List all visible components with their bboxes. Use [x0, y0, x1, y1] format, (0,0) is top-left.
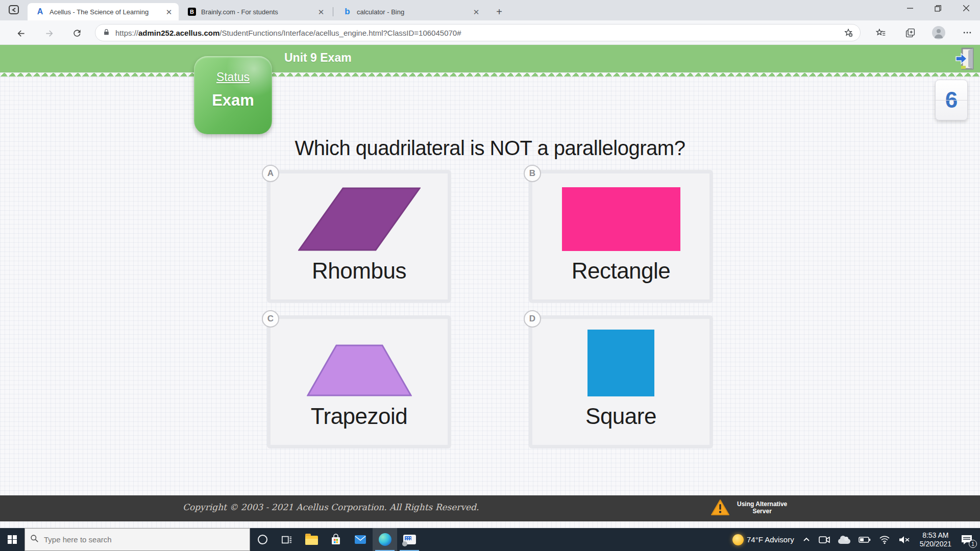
action-center-button[interactable]: 1 [957, 528, 980, 551]
acellus-exam-page: Unit 9 Exam Status Exam 6 Which quadrila… [0, 45, 980, 528]
exit-door-icon [955, 47, 974, 70]
task-view-icon [281, 534, 292, 545]
status-badge[interactable]: Status Exam [194, 56, 272, 134]
tab-actions-menu-button[interactable] [5, 4, 22, 17]
exam-header-bar [0, 45, 980, 72]
file-explorer-button[interactable] [299, 528, 324, 551]
forward-button[interactable] [42, 27, 56, 40]
tab-actions-icon [8, 4, 19, 17]
parallelogram-shape [298, 187, 421, 251]
new-tab-button[interactable]: + [492, 5, 506, 19]
edge-icon [379, 533, 391, 546]
status-value: Exam [194, 91, 272, 110]
answer-card-square[interactable]: D Square [529, 315, 713, 448]
tab-close-icon[interactable]: ✕ [164, 7, 174, 16]
keyboard-app-button[interactable] [397, 528, 422, 551]
volume-muted-icon [898, 535, 911, 544]
tab-separator [333, 7, 333, 16]
acellus-favicon-icon: A [36, 8, 44, 16]
browser-toolbar: https://admin252.acellus.com/StudentFunc… [0, 20, 980, 45]
collections-icon[interactable] [902, 25, 918, 40]
keyboard-app-icon [403, 535, 416, 544]
option-label: Square [532, 404, 709, 429]
tab-close-icon[interactable]: ✕ [472, 7, 481, 16]
refresh-button[interactable] [70, 27, 84, 40]
tray-overflow-button[interactable] [798, 528, 815, 551]
weather-sun-icon [732, 534, 744, 545]
time-text: 8:53 AM [920, 531, 951, 540]
clock-widget[interactable]: 8:53 AM 5/20/2021 [915, 531, 957, 548]
back-button[interactable] [14, 27, 28, 40]
rectangle-shape [562, 187, 680, 251]
restore-button[interactable] [924, 0, 952, 16]
taskbar-search-box[interactable] [24, 528, 250, 551]
option-letter-badge: B [524, 165, 541, 182]
profile-avatar[interactable] [932, 26, 945, 39]
window-controls [896, 0, 980, 16]
warning-triangle-icon [710, 499, 730, 516]
bing-favicon-icon: b [343, 8, 352, 16]
store-icon [330, 534, 341, 546]
url-text: https://admin252.acellus.com/StudentFunc… [115, 29, 841, 37]
wifi-icon [879, 535, 890, 544]
task-view-button[interactable] [275, 528, 299, 551]
option-label: Trapezoid [271, 404, 448, 429]
camera-icon [819, 535, 830, 544]
question-text: Which quadrilateral is NOT a parallelogr… [0, 137, 980, 160]
browser-tab-bar: A Acellus - The Science of Learning ✕ B … [0, 0, 980, 20]
page-footer: Copyright © 2003 - 2021 Acellus Corporat… [0, 495, 980, 521]
date-text: 5/20/2021 [920, 540, 951, 548]
answer-card-trapezoid[interactable]: C Trapezoid [267, 315, 451, 448]
status-label[interactable]: Status [194, 70, 272, 84]
cortana-button[interactable] [250, 528, 275, 551]
tab-acellus[interactable]: A Acellus - The Science of Learning ✕ [28, 3, 179, 20]
edge-taskbar-button[interactable] [373, 528, 397, 551]
onedrive-button[interactable] [834, 528, 854, 551]
weather-widget[interactable]: 74°F Advisory [728, 528, 798, 551]
tab-title: calculator - Bing [357, 8, 469, 16]
search-icon [30, 534, 39, 545]
settings-more-icon[interactable] [960, 25, 975, 40]
option-letter-badge: A [262, 165, 279, 182]
option-letter-badge: D [524, 310, 541, 328]
volume-button[interactable] [894, 528, 915, 551]
cloud-icon [838, 539, 850, 544]
server-warning: Using Alternative Server [710, 499, 787, 516]
option-label: Rectangle [532, 258, 709, 284]
add-favorite-icon[interactable] [841, 25, 856, 40]
address-bar[interactable]: https://admin252.acellus.com/StudentFunc… [95, 24, 861, 41]
minimize-button[interactable] [896, 0, 924, 16]
file-explorer-icon [305, 536, 318, 545]
option-label: Rhombus [271, 258, 448, 284]
copyright-text: Copyright © 2003 - 2021 Acellus Corporat… [183, 502, 479, 512]
windows-taskbar: 74°F Advisory 8:53 AM 5/20/2021 [0, 528, 980, 551]
tab-bing-calculator[interactable]: b calculator - Bing ✕ [335, 3, 486, 20]
microsoft-store-button[interactable] [324, 528, 348, 551]
answer-card-rectangle[interactable]: B Rectangle [529, 170, 713, 303]
answer-card-rhombus[interactable]: A Rhombus [267, 170, 451, 303]
chevron-up-icon [802, 536, 811, 544]
close-window-button[interactable] [952, 0, 980, 16]
question-number-counter: 6 [935, 80, 968, 120]
exit-exam-button[interactable] [955, 47, 974, 70]
favorites-bar-icon[interactable] [873, 25, 888, 40]
windows-logo-icon [8, 535, 17, 544]
exam-title: Unit 9 Exam [284, 51, 352, 65]
trapezoid-shape [307, 344, 412, 396]
option-letter-badge: C [262, 310, 279, 328]
tab-title: Brainly.com - For students [201, 8, 313, 16]
tab-brainly[interactable]: B Brainly.com - For students ✕ [180, 3, 331, 20]
battery-icon [859, 535, 871, 544]
system-tray: 74°F Advisory 8:53 AM 5/20/2021 [728, 528, 980, 551]
cortana-icon [258, 535, 267, 544]
mail-icon [354, 535, 366, 544]
search-input[interactable] [44, 535, 212, 544]
start-button[interactable] [0, 528, 24, 551]
meet-now-button[interactable] [815, 528, 834, 551]
question-number: 6 [945, 87, 958, 113]
wifi-button[interactable] [875, 528, 894, 551]
battery-button[interactable] [854, 528, 875, 551]
tab-close-icon[interactable]: ✕ [316, 7, 326, 16]
mail-button[interactable] [348, 528, 373, 551]
server-warning-text: Using Alternative Server [737, 500, 787, 515]
